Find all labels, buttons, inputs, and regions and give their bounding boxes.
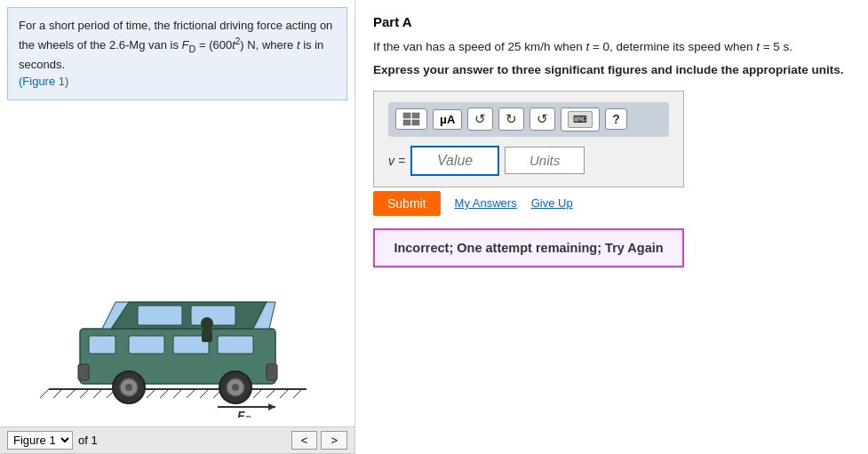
toolbar: μA ↺ ↻ ↺ ⌨ ? [388, 102, 669, 137]
help-button[interactable]: ? [605, 108, 627, 130]
refresh-icon: ↺ [537, 111, 548, 127]
svg-line-13 [200, 389, 209, 398]
svg-marker-22 [111, 302, 267, 329]
svg-line-12 [187, 389, 195, 398]
answer-note: Express your answer to three significant… [373, 61, 850, 79]
svg-point-35 [125, 384, 132, 391]
svg-marker-42 [268, 403, 275, 410]
svg-line-1 [40, 389, 49, 398]
svg-rect-32 [78, 364, 89, 380]
svg-rect-40 [202, 330, 212, 342]
grid-icon-button[interactable] [395, 108, 427, 130]
svg-line-3 [67, 389, 76, 398]
right-panel: Part A If the van has a speed of 25 km/h… [355, 0, 868, 454]
submit-button[interactable]: Submit [373, 191, 441, 216]
problem-statement: For a short period of time, the friction… [19, 19, 332, 71]
svg-point-38 [232, 384, 239, 391]
give-up-button[interactable]: Give Up [531, 196, 573, 210]
svg-text:F: F [237, 409, 245, 418]
svg-rect-25 [138, 306, 182, 325]
svg-line-19 [280, 389, 289, 398]
feedback-box: Incorrect; One attempt remaining; Try Ag… [373, 228, 684, 267]
svg-line-10 [160, 389, 169, 398]
left-panel: For a short period of time, the friction… [0, 0, 355, 454]
question-text: If the van has a speed of 25 km/h when t… [373, 38, 850, 56]
value-input[interactable] [410, 146, 499, 176]
svg-rect-31 [267, 364, 277, 380]
figure-area: F D [0, 108, 354, 426]
mu-button[interactable]: μA [433, 109, 462, 130]
svg-rect-30 [218, 336, 253, 354]
figure-select[interactable]: Figure 1 [7, 431, 73, 450]
svg-line-20 [293, 389, 302, 398]
svg-line-5 [93, 389, 102, 398]
action-row: Submit My Answers Give Up [373, 191, 850, 216]
figure-nav: Figure 1 of 1 < > [0, 426, 354, 454]
svg-rect-47 [403, 120, 410, 125]
svg-text:D: D [245, 415, 251, 418]
nav-next-button[interactable]: > [321, 431, 347, 450]
svg-line-11 [173, 389, 182, 398]
answer-box: μA ↺ ↻ ↺ ⌨ ? v = [373, 91, 684, 187]
help-icon: ? [612, 112, 620, 126]
svg-line-2 [53, 389, 62, 398]
of-label: of 1 [78, 434, 98, 447]
svg-line-18 [267, 389, 275, 398]
figure-link[interactable]: (Figure 1) [19, 75, 68, 88]
v-label: v = [388, 154, 405, 168]
svg-rect-48 [412, 120, 419, 125]
undo-icon: ↺ [474, 111, 486, 127]
van-illustration: F D [40, 275, 315, 418]
svg-line-4 [80, 389, 89, 398]
units-input[interactable] [505, 147, 585, 174]
redo-icon: ↻ [506, 111, 517, 127]
grid-icon [402, 112, 420, 126]
redo-button[interactable]: ↻ [498, 108, 524, 131]
svg-line-9 [147, 389, 155, 398]
my-answers-button[interactable]: My Answers [455, 196, 517, 210]
nav-prev-button[interactable]: < [291, 431, 318, 450]
svg-rect-27 [89, 336, 115, 354]
refresh-button[interactable]: ↺ [530, 108, 555, 131]
problem-text-box: For a short period of time, the friction… [7, 7, 347, 100]
svg-rect-28 [129, 336, 164, 354]
keyboard-icon: ⌨ [568, 111, 593, 128]
svg-rect-46 [412, 113, 419, 118]
nav-buttons: < > [291, 431, 347, 450]
keyboard-button[interactable]: ⌨ [561, 108, 600, 131]
svg-rect-26 [191, 306, 235, 325]
undo-button[interactable]: ↺ [467, 108, 493, 131]
svg-rect-45 [403, 113, 410, 118]
mu-label: μA [440, 113, 455, 126]
input-row: v = [388, 146, 669, 176]
part-label: Part A [373, 14, 850, 29]
svg-point-39 [201, 317, 213, 330]
svg-line-17 [253, 389, 262, 398]
